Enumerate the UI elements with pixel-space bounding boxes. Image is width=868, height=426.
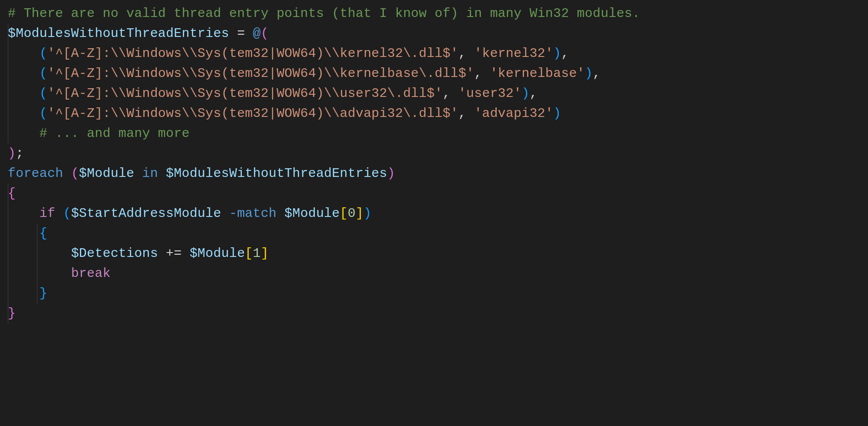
plus-eq-op: += [158, 246, 190, 261]
brace-close: } [40, 286, 47, 301]
string-name: 'kernel32' [474, 46, 553, 61]
index-zero: 0 [348, 206, 356, 221]
comment-line: # ... and many more [40, 126, 190, 141]
string-regex: '^[A-Z]:\\Windows\\Sys(tem32|WOW64)\\ker… [47, 46, 459, 61]
comma: , [459, 46, 474, 61]
comma: , [474, 66, 490, 81]
paren-open: ( [261, 26, 269, 41]
brace-open: { [40, 226, 47, 241]
string-regex: '^[A-Z]:\\Windows\\Sys(tem32|WOW64)\\ker… [47, 66, 474, 81]
index-one: 1 [253, 246, 261, 261]
paren-open: ( [40, 46, 47, 61]
variable-modules: $ModulesWithoutThreadEntries [8, 26, 229, 41]
variable-startaddr: $StartAddressModule [71, 206, 221, 221]
paren-close: ) [363, 206, 371, 221]
brace-close: } [8, 306, 16, 321]
keyword-break: break [71, 266, 111, 281]
trailing-comma: , [561, 46, 569, 61]
keyword-in: in [142, 166, 158, 181]
variable-modules: $ModulesWithoutThreadEntries [166, 166, 387, 181]
trailing-comma: , [529, 86, 537, 101]
array-at: @ [253, 26, 261, 41]
indent-guides [8, 3, 23, 323]
paren-open: ( [40, 106, 47, 121]
bracket-close: ] [356, 206, 363, 221]
semicolon: ; [16, 146, 23, 161]
string-name: 'advapi32' [474, 106, 553, 121]
bracket-open: [ [245, 246, 253, 261]
variable-module: $Module [284, 206, 340, 221]
comment-line: # There are no valid thread entry points… [8, 6, 640, 21]
comma: , [442, 86, 458, 101]
string-regex: '^[A-Z]:\\Windows\\Sys(tem32|WOW64)\\use… [47, 86, 442, 101]
keyword-foreach: foreach [8, 166, 63, 181]
paren-close: ) [553, 106, 561, 121]
variable-module: $Module [190, 246, 245, 261]
string-name: 'user32' [459, 86, 522, 101]
string-name: 'kernelbase' [490, 66, 584, 81]
paren-open: ( [40, 66, 47, 81]
comma: , [459, 106, 474, 121]
variable-module: $Module [79, 166, 134, 181]
trailing-comma: , [593, 66, 601, 81]
paren-close: ) [585, 66, 593, 81]
bracket-close: ] [261, 246, 269, 261]
paren-open: ( [71, 166, 79, 181]
variable-detections: $Detections [71, 246, 158, 261]
paren-close: ) [553, 46, 561, 61]
keyword-if: if [40, 206, 55, 221]
paren-close: ) [387, 166, 395, 181]
assign-op: = [229, 26, 253, 41]
paren-open: ( [40, 86, 47, 101]
paren-open: ( [63, 206, 71, 221]
brace-open: { [8, 186, 16, 201]
bracket-open: [ [340, 206, 348, 221]
operator-match: -match [229, 206, 277, 221]
string-regex: '^[A-Z]:\\Windows\\Sys(tem32|WOW64)\\adv… [47, 106, 459, 121]
paren-close: ) [521, 86, 529, 101]
paren-close: ) [8, 146, 16, 161]
code-editor[interactable]: # There are no valid thread entry points… [0, 0, 868, 327]
